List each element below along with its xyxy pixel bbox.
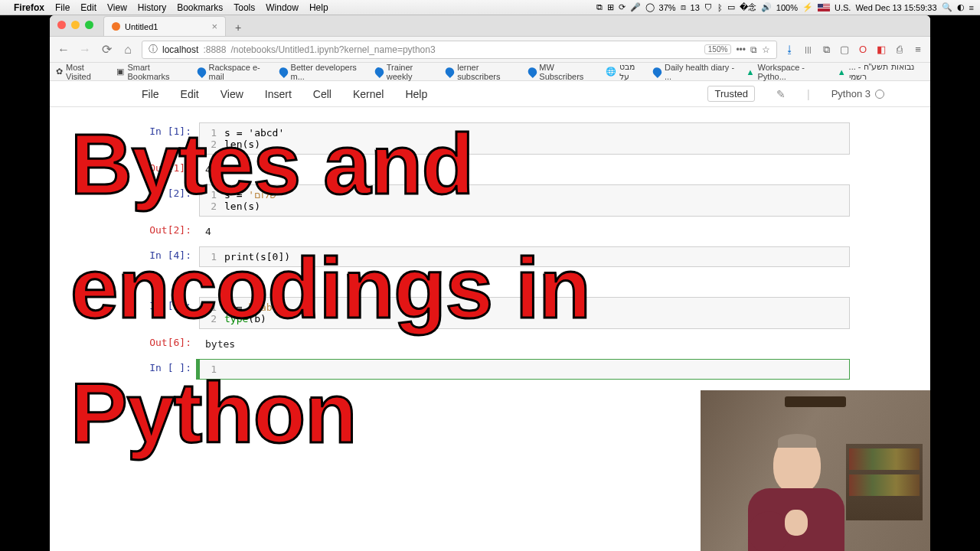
code-input[interactable]: 1 [199, 359, 850, 380]
bookmark-health[interactable]: Daily health diary - ... [653, 63, 735, 81]
cell-output: ש [199, 272, 850, 292]
code-input[interactable]: 1b = b'abc' 2type(b) [199, 297, 850, 329]
bookmark-star-icon[interactable]: ☆ [762, 44, 770, 55]
edit-icon[interactable]: ✎ [776, 88, 786, 100]
bookmark-betterdev[interactable]: Better developers m... [279, 63, 364, 81]
bookmark-rackspace[interactable]: Rackspace e-mail [198, 63, 269, 81]
url-host: localhost [162, 44, 198, 55]
cell-output: 4 [199, 159, 850, 180]
drip-icon [652, 65, 664, 77]
menu-tools[interactable]: Tools [234, 2, 255, 13]
out-prompt: Out[2]: [130, 221, 199, 242]
code-cell[interactable]: In [6]: 1b = b'abc' 2type(b) [130, 297, 850, 329]
bookmark-mw[interactable]: MW Subscribers [528, 63, 595, 81]
notebook-cells: In [1]: 1s = 'abcd' 2len(s) Out[1]: 4 In… [50, 107, 930, 399]
app-menu[interactable]: Firefox [14, 2, 44, 13]
nb-menu-view[interactable]: View [220, 88, 243, 100]
tab-title: Untitled1 [125, 22, 158, 31]
sidebar-icon[interactable]: ▢ [838, 44, 851, 56]
nb-menu-kernel[interactable]: Kernel [353, 88, 384, 100]
trusted-badge[interactable]: Trusted [707, 86, 755, 102]
zoom-level[interactable]: 150% [704, 44, 732, 54]
notebook-menubar: File Edit View Insert Cell Kernel Help T… [50, 81, 930, 107]
grid-icon[interactable]: ⊞ [607, 2, 614, 12]
tab-close-icon[interactable]: × [211, 21, 217, 32]
reload-button[interactable]: ⟳ [99, 42, 114, 57]
dropbox-icon[interactable]: ⧉ [596, 2, 603, 12]
code-cell[interactable]: In [1]: 1s = 'abcd' 2len(s) [130, 122, 850, 155]
bookmark-smart[interactable]: ▣Smart Bookmarks [116, 63, 186, 81]
menu-bookmarks[interactable]: Bookmarks [177, 2, 223, 13]
bluetooth-icon[interactable]: ᛒ [717, 3, 723, 12]
nb-menu-edit[interactable]: Edit [181, 88, 199, 100]
bookmark-lerner[interactable]: lerner subscribers [446, 63, 517, 81]
output-cell: Out[2]: 4 [130, 221, 850, 242]
toolbar: ← → ⟳ ⌂ ⓘ localhost:8888/notebooks/Untit… [50, 37, 930, 63]
flag-us-icon[interactable] [818, 4, 830, 11]
clip-icon[interactable]: ⎙ [893, 44, 906, 56]
code-input[interactable]: 1s = 'שלום' 2len(s) [199, 184, 850, 217]
display-icon[interactable]: ▭ [727, 2, 735, 12]
url-path: /notebooks/Untitled1.ipynb?kernel_name=p… [230, 44, 435, 55]
kernel-indicator[interactable]: Python 3 [831, 88, 884, 99]
bookshelf [846, 444, 923, 520]
browser-tab[interactable]: Untitled1 × [103, 16, 226, 36]
spotlight-icon[interactable]: 🔍 [942, 2, 952, 12]
mic-icon[interactable]: 🎤 [630, 2, 641, 12]
menu-view[interactable]: View [107, 2, 127, 13]
forward-button[interactable]: → [77, 42, 93, 57]
window-maximize-button[interactable] [85, 21, 93, 29]
bookmark-most-visited[interactable]: ✿Most Visited [56, 63, 106, 81]
bookmark-mabat[interactable]: 🌐מבט על [606, 62, 643, 82]
battery1-icon[interactable]: ◯ [645, 2, 655, 12]
menu-window[interactable]: Window [266, 2, 299, 13]
code-cell[interactable]: In [2]: 1s = 'שלום' 2len(s) [130, 184, 850, 217]
notifications-icon[interactable]: ≡ [969, 3, 974, 12]
url-port: :8888 [203, 44, 226, 55]
menu-file[interactable]: File [55, 2, 70, 13]
ext-badge-icon[interactable]: ◧ [875, 44, 887, 56]
nb-menu-help[interactable]: Help [405, 88, 427, 100]
nb-menu-cell[interactable]: Cell [313, 88, 332, 100]
bookmark-workspace[interactable]: ▲Workspace - Pytho... [746, 63, 827, 81]
downloads-icon[interactable]: ⭳ [783, 44, 795, 56]
date-icon[interactable]: 13 [691, 3, 700, 12]
wifi-icon[interactable]: �念 [740, 2, 756, 13]
siri-icon[interactable]: ◐ [957, 2, 965, 12]
hamburger-menu-icon[interactable]: ≡ [912, 44, 924, 56]
back-button[interactable]: ← [56, 42, 71, 57]
menubar-clock[interactable]: Wed Dec 13 15:59:33 [855, 3, 936, 12]
home-button[interactable]: ⌂ [120, 42, 136, 57]
calendar-icon[interactable]: ⧈ [681, 2, 686, 12]
power-icon[interactable]: ⚡ [802, 2, 813, 12]
screenshot-icon[interactable]: ⧉ [820, 44, 832, 56]
nb-menu-file[interactable]: File [142, 88, 159, 100]
bookmark-hebrew[interactable]: ▲... - נבואות תשע"ח רשמי [838, 62, 924, 82]
page-action-icon[interactable]: ••• [736, 44, 746, 55]
library-icon[interactable]: ⫼ [802, 44, 814, 56]
menu-help[interactable]: Help [309, 2, 328, 13]
sync-icon[interactable]: ⟳ [619, 2, 626, 12]
site-info-icon[interactable]: ⓘ [149, 43, 158, 56]
menu-history[interactable]: History [138, 2, 166, 13]
battery2-pct: 100% [776, 3, 798, 12]
code-input[interactable]: 1s = 'abcd' 2len(s) [199, 122, 850, 155]
shield-icon[interactable]: ⛉ [704, 3, 713, 12]
window-minimize-button[interactable] [71, 21, 80, 29]
new-tab-button[interactable]: + [229, 19, 247, 36]
bookmark-trainer[interactable]: Trainer weekly [375, 63, 435, 81]
code-cell[interactable]: In [4]: 1print(s[0]) [130, 246, 850, 267]
reader-icon[interactable]: ⧉ [750, 44, 757, 55]
input-region[interactable]: U.S. [835, 3, 851, 12]
url-bar[interactable]: ⓘ localhost:8888/notebooks/Untitled1.ipy… [142, 41, 777, 59]
window-close-button[interactable] [57, 21, 66, 29]
opera-icon[interactable]: O [857, 44, 869, 56]
code-cell-selected[interactable]: In [ ]: 1 [130, 359, 850, 380]
nb-menu-insert[interactable]: Insert [265, 88, 292, 100]
cell-output: bytes [199, 334, 850, 354]
drive-icon: ▲ [746, 67, 755, 77]
window-controls [57, 21, 93, 29]
code-input[interactable]: 1print(s[0]) [199, 246, 850, 267]
volume-icon[interactable]: 🔊 [761, 2, 772, 12]
menu-edit[interactable]: Edit [80, 2, 96, 13]
